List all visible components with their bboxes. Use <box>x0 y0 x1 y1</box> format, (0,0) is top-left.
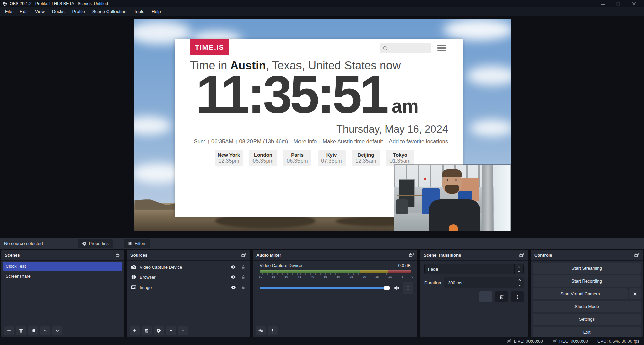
rec-timer: REC: 00:00:00 <box>559 339 588 344</box>
source-row-image[interactable]: Image <box>127 282 250 292</box>
virtual-camera-config-button[interactable] <box>629 288 641 299</box>
scenes-panel: Scenes Clock Test Screenshare <box>1 250 124 337</box>
volume-slider[interactable] <box>260 287 390 289</box>
menu-file[interactable]: File <box>1 7 16 16</box>
preview-canvas[interactable]: TIME.IS Time in Austin, Texas, United St… <box>134 19 511 231</box>
popout-dock-icon[interactable] <box>634 252 639 258</box>
popout-dock-icon[interactable] <box>241 252 246 258</box>
source-move-up-button[interactable] <box>166 326 176 335</box>
cloud <box>443 19 511 40</box>
dock-area: Scenes Clock Test Screenshare Sources <box>0 250 644 337</box>
remove-source-button[interactable] <box>142 326 152 335</box>
source-properties-button[interactable] <box>154 326 164 335</box>
scenes-title: Scenes <box>5 253 20 258</box>
globe-icon <box>131 274 136 280</box>
timeis-meridiem: am <box>392 95 419 117</box>
stream-status-icon <box>506 338 512 344</box>
remove-scene-button[interactable] <box>16 326 26 335</box>
spin-up-icon[interactable] <box>518 278 522 282</box>
record-status-icon <box>552 339 557 343</box>
scene-filters-button[interactable] <box>28 326 38 335</box>
duration-spinbox[interactable]: 300 ms <box>444 277 524 288</box>
menu-view[interactable]: View <box>31 7 48 16</box>
city-card: Beijing12:35am <box>352 150 380 166</box>
eye-icon[interactable] <box>231 274 236 280</box>
cpu-fps-stats: CPU: 0.6%, 30.00 fps <box>597 339 639 344</box>
filters-button[interactable]: Filters <box>124 239 150 248</box>
scene-move-up-button[interactable] <box>40 326 50 335</box>
dropdown-arrows-icon <box>514 264 523 274</box>
start-streaming-button[interactable]: Start Streaming <box>533 263 641 274</box>
scene-item-screenshare[interactable]: Screenshare <box>3 272 122 281</box>
source-row-browser[interactable]: Browser <box>127 272 250 282</box>
close-button[interactable] <box>626 0 642 7</box>
cloud <box>134 116 171 135</box>
spin-down-icon[interactable] <box>518 283 522 287</box>
menu-scene-collection[interactable]: Scene Collection <box>89 7 130 16</box>
filter-icon <box>128 241 132 246</box>
source-row-video-capture[interactable]: Video Capture Device <box>127 262 250 272</box>
timeis-sun-info: Sun: ↑ 06:35AM ↓ 08:20PM (13h 46m) - Mor… <box>194 138 448 145</box>
image-icon <box>131 285 136 290</box>
scene-move-down-button[interactable] <box>52 326 62 335</box>
menu-docks[interactable]: Docks <box>48 7 68 16</box>
obs-window: OBS 29.1.2 - Profile: LLHLS BETA - Scene… <box>0 0 644 345</box>
lock-icon[interactable] <box>241 285 246 290</box>
timeis-date: Thursday, May 16, 2024 <box>336 123 448 135</box>
minimize-button[interactable] <box>595 0 611 7</box>
add-scene-button[interactable] <box>4 326 14 335</box>
add-favorite-link: Add to favorite locations <box>389 138 448 145</box>
volume-meter <box>260 270 411 273</box>
cloud <box>470 120 511 136</box>
timeis-search-box <box>380 43 431 53</box>
remove-transition-button[interactable] <box>495 291 508 302</box>
sun-summary: Sun: ↑ 06:35AM ↓ 08:20PM (13h 46m) - <box>194 138 292 145</box>
popout-dock-icon[interactable] <box>519 252 524 258</box>
popout-dock-icon[interactable] <box>409 252 414 258</box>
advanced-audio-button[interactable] <box>256 326 266 335</box>
mixer-options-button[interactable] <box>403 282 413 294</box>
webcam-overlay <box>394 165 511 231</box>
studio-mode-button[interactable]: Studio Mode <box>533 301 641 312</box>
audio-mixer-title: Audio Mixer <box>256 253 281 258</box>
menu-help[interactable]: Help <box>148 7 165 16</box>
add-source-button[interactable] <box>130 326 140 335</box>
city-card: New York12:35pm <box>215 150 243 166</box>
eye-icon[interactable] <box>231 264 236 270</box>
status-bar: LIVE: 00:00:00 REC: 00:00:00 CPU: 0.6%, … <box>0 337 644 345</box>
exit-button[interactable]: Exit <box>533 327 641 337</box>
timeis-logo: TIME.IS <box>190 39 229 55</box>
city-card: London05:35pm <box>249 150 277 166</box>
controls-title: Controls <box>534 253 552 258</box>
lock-icon[interactable] <box>241 265 246 269</box>
eye-icon[interactable] <box>231 285 236 290</box>
volume-slider-handle[interactable] <box>384 286 390 290</box>
mixer-menu-button[interactable] <box>268 326 278 335</box>
city-card: Tokyo01:35am <box>386 150 414 166</box>
world-clock-row: New York12:35pm London05:35pm Paris06:35… <box>215 150 414 166</box>
transition-properties-button[interactable] <box>511 291 524 302</box>
search-icon <box>383 46 388 51</box>
no-source-selected-label: No source selected <box>4 241 43 246</box>
menu-profile[interactable]: Profile <box>68 7 89 16</box>
transitions-title: Scene Transitions <box>424 253 461 258</box>
speaker-icon[interactable] <box>394 285 399 291</box>
popout-dock-icon[interactable] <box>115 252 121 258</box>
maximize-button[interactable] <box>611 0 626 7</box>
settings-button[interactable]: Settings <box>533 314 641 325</box>
audio-mixer-panel: Audio Mixer Video Capture Device 0.0 dB … <box>253 250 417 337</box>
start-virtual-camera-button[interactable]: Start Virtual Camera <box>533 288 628 299</box>
cloud <box>467 66 511 85</box>
make-default-link: Make Austin time default <box>323 138 383 145</box>
start-recording-button[interactable]: Start Recording <box>533 275 641 287</box>
scene-item-clock-test[interactable]: Clock Test <box>3 262 122 271</box>
meter-scale: -60-55-50-45-40-35-30-25-20-15-10-50 <box>258 275 413 278</box>
menu-tools[interactable]: Tools <box>130 7 148 16</box>
lock-icon[interactable] <box>241 275 246 279</box>
properties-button[interactable]: Properties <box>78 239 113 248</box>
menu-edit[interactable]: Edit <box>16 7 31 16</box>
duration-label: Duration <box>424 280 441 285</box>
source-move-down-button[interactable] <box>178 326 188 335</box>
transition-select[interactable]: Fade <box>424 264 524 274</box>
add-transition-button[interactable] <box>479 291 492 302</box>
